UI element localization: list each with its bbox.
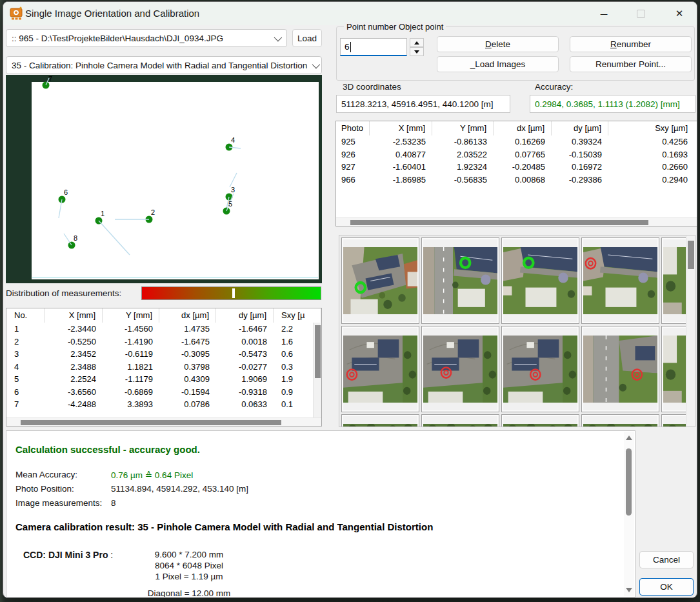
coordinates-field[interactable]: 51128.3213, 45916.4951, 440.1200 [m]	[336, 95, 510, 113]
horizontal-scrollbar[interactable]	[6, 417, 321, 426]
table-row[interactable]: 32.3452-0.6119-0.3095-0.54730.6	[6, 348, 321, 361]
photo-thumbnail[interactable]	[581, 326, 659, 412]
photo-thumbnail[interactable]	[421, 414, 499, 427]
image-preview-panel[interactable]: 7 4 6 3 5	[6, 75, 322, 283]
scrollbar-thumb[interactable]	[21, 420, 281, 425]
column-header[interactable]: dy [µm]	[552, 121, 608, 135]
cell-dx: 0.07765	[494, 148, 552, 161]
vertical-scrollbar[interactable]	[313, 323, 321, 417]
spinner-down-button[interactable]	[410, 47, 424, 56]
image-measurements-label: Image measurements:	[15, 498, 102, 508]
point-number-value: 6	[345, 42, 350, 52]
calculation-result-panel[interactable]: Calculation successful - accuracy good. …	[6, 430, 635, 597]
thumbnail-photo	[423, 424, 497, 427]
renumber-button[interactable]: Renumber	[570, 36, 692, 52]
column-header[interactable]: No.	[6, 308, 45, 323]
ccd-label-bold: CCD: DJI Mini 3 Pro	[23, 550, 108, 560]
scrollbar-down-button[interactable]	[624, 588, 634, 592]
maximize-button[interactable]	[626, 3, 655, 25]
cell-x: 2.3452	[45, 348, 103, 361]
minimize-button[interactable]: ─	[590, 3, 618, 25]
table-row[interactable]: 925-2.53235-0.861330.162690.393240.4256	[336, 135, 697, 148]
column-header[interactable]: Sxy [µ	[274, 308, 321, 323]
column-header[interactable]: Y [mm]	[432, 121, 494, 135]
table-row[interactable]: 7-4.24883.38930.07860.06330.1	[6, 398, 321, 411]
calibration-model-select-value: 35 - Calibration: Pinhole Camera Model w…	[12, 61, 307, 70]
photo-thumbnail[interactable]	[341, 326, 419, 412]
vertical-scrollbar[interactable]	[686, 236, 695, 426]
photo-thumbnail[interactable]	[341, 414, 419, 427]
close-button[interactable]: ✕	[665, 3, 694, 25]
dialog-window: Single Image Orientation and Calibration…	[3, 1, 697, 598]
column-header[interactable]: Y [mm]	[103, 308, 159, 323]
table-row[interactable]: 6-3.6560-0.6869-0.1594-0.93180.9	[6, 386, 321, 399]
table-row[interactable]: 927-1.604011.92324-0.204850.169720.2660	[336, 161, 697, 174]
photo-thumbnail[interactable]	[501, 326, 579, 412]
thumbnail-photo	[503, 336, 577, 403]
table-row[interactable]: 42.34881.18210.3798-0.02770.3	[6, 361, 321, 374]
table-row[interactable]: 52.2524-1.11790.43091.90691.9	[6, 373, 321, 386]
cell-x: -1.60401	[370, 161, 432, 174]
thumbnail-photo	[423, 247, 497, 314]
table-row[interactable]: 2-0.5250-1.4190-1.64750.00181.6	[6, 336, 321, 348]
down-arrow-icon	[626, 588, 632, 592]
cell-dx: 0.0786	[159, 398, 216, 411]
photo-thumbnail[interactable]	[421, 237, 499, 324]
scrollbar-thumb[interactable]	[315, 325, 321, 378]
photo-table: Photo X [mm] Y [mm] dx [µm] dy [µm] Sxy …	[335, 121, 697, 226]
delete-button[interactable]: Delete	[437, 36, 559, 52]
cell-x: -3.6560	[45, 386, 103, 399]
photo-thumbnail[interactable]	[421, 326, 499, 412]
photo-thumbnail[interactable]	[341, 237, 419, 324]
photo-thumbnail[interactable]	[501, 414, 579, 427]
spinner-up-button[interactable]	[410, 38, 424, 47]
column-header[interactable]: dx [µm]	[494, 121, 552, 135]
distribution-marker	[232, 288, 235, 298]
thumbnail-photo	[583, 336, 657, 403]
close-icon: ✕	[675, 8, 684, 19]
column-header[interactable]: dx [µm]	[159, 308, 216, 323]
cell-y: -1.4190	[103, 336, 159, 348]
column-header[interactable]: dy [µm]	[216, 308, 274, 323]
vertical-scrollbar[interactable]	[624, 432, 634, 596]
renumber-button-label: Renumber	[610, 39, 651, 49]
cell-dy: 0.0633	[216, 398, 274, 411]
load-images-button[interactable]: _Load Images	[437, 56, 559, 72]
calibration-model-select[interactable]: 35 - Calibration: Pinhole Camera Model w…	[6, 56, 322, 74]
photo-position-value: 51134.894, 45914.292, 453.140 [m]	[111, 484, 248, 494]
image-file-select[interactable]: :: 965 - D:\TestProjekteBilder\Hausdach\…	[6, 29, 287, 47]
table-row[interactable]: 1-2.3440-1.45601.4735-1.64672.2	[6, 323, 321, 336]
load-button[interactable]: Load	[292, 29, 322, 47]
cell-dy: -0.0277	[216, 361, 274, 374]
scrollbar-up-button[interactable]	[624, 436, 634, 440]
horizontal-scrollbar[interactable]	[336, 217, 697, 226]
cell-x: -2.3440	[45, 323, 103, 336]
cell-x: -0.5250	[45, 336, 103, 348]
photo-thumbnail[interactable]	[581, 237, 659, 324]
scrollbar-thumb[interactable]	[350, 220, 648, 225]
cell-dy: 1.9069	[216, 373, 274, 386]
cell-y: -0.6119	[103, 348, 159, 361]
cell-sxy: 0.1693	[608, 148, 697, 161]
cancel-button[interactable]: Cancel	[639, 551, 694, 568]
cell-dx: 0.00868	[494, 174, 552, 186]
point-number-input[interactable]: 6	[340, 38, 407, 56]
ok-button[interactable]: OK	[639, 578, 694, 596]
renumber-point-button[interactable]: Renumber Point...	[570, 56, 692, 72]
accuracy-field[interactable]: 0.2984, 0.3685, 1.1113 (1.2082) [mm]	[530, 95, 695, 113]
table-row[interactable]: 966-1.86985-0.568350.00868-0.293860.2940	[336, 174, 697, 186]
photo-thumbnail[interactable]	[501, 237, 579, 324]
column-header[interactable]: Sxy [µm]	[608, 121, 697, 135]
column-header[interactable]: Photo	[336, 121, 370, 135]
photo-thumbnail[interactable]	[581, 414, 659, 427]
thumbnail-photo	[503, 247, 577, 314]
column-header[interactable]: X [mm]	[370, 121, 432, 135]
cell-x: -2.53235	[370, 135, 432, 148]
scrollbar-thumb[interactable]	[626, 448, 632, 516]
delete-button-label: Delete	[485, 39, 510, 49]
column-header[interactable]: X [mm]	[45, 308, 103, 323]
table-row[interactable]: 9260.408772.035220.07765-0.150390.1693	[336, 148, 697, 161]
scrollbar-thumb[interactable]	[688, 241, 694, 269]
cell-x: -1.86985	[370, 174, 432, 186]
ccd-diagonal: Diagonal = 12.00 mm	[125, 588, 254, 597]
